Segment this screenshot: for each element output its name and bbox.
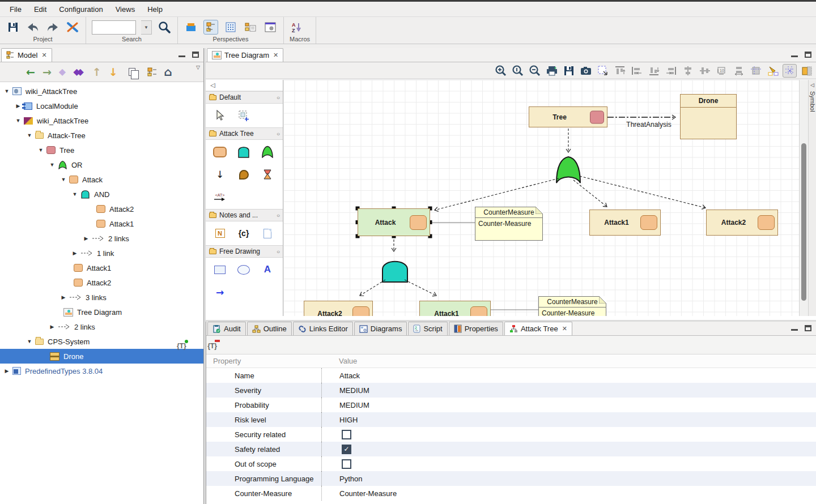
window-gear-perspective-icon[interactable] (263, 20, 278, 35)
page-tool-icon[interactable] (256, 225, 279, 242)
remove-attribute-icon[interactable]: {T} (207, 342, 217, 350)
countermeasure-tool-icon[interactable] (232, 166, 256, 183)
tree-item-drone[interactable]: Drone (0, 349, 203, 364)
tree-item-predefined-types[interactable]: ▶PredefinedTypes 3.8.04 (0, 364, 203, 378)
palette-collapse[interactable]: ◁ (206, 80, 283, 91)
palette-section-attack-tree[interactable]: Attack Tree ‹› (206, 127, 283, 140)
tree-item-or[interactable]: ▼OR (0, 157, 203, 172)
tree-item-attack2[interactable]: Attack2 (0, 202, 203, 216)
note-countermeasure-1[interactable]: CounterMeasure Counter-Measure (475, 207, 543, 241)
tab-outline[interactable]: Outline (247, 322, 292, 335)
tree-item-2-links-b[interactable]: ▶2 links (0, 319, 203, 334)
sequence-tool-icon[interactable] (256, 166, 279, 183)
screenshot-icon[interactable] (579, 64, 593, 78)
tree-item-3-links[interactable]: ▶3 links (0, 290, 203, 305)
menu-views[interactable]: Views (109, 3, 141, 16)
zoom-reset-icon[interactable] (511, 64, 525, 78)
table-row-severity[interactable]: Severity MEDIUM (206, 383, 816, 398)
close-icon[interactable]: ✕ (562, 325, 567, 332)
print-icon[interactable] (545, 64, 559, 78)
minimize-icon[interactable] (178, 53, 185, 57)
tree-list-perspective-icon[interactable] (243, 20, 258, 35)
macros-sort-icon[interactable]: AZ (290, 20, 304, 35)
minimize-icon[interactable] (791, 53, 798, 57)
table-row-out-of-scope[interactable]: Out of scope (206, 456, 816, 471)
rectangle-tool-icon[interactable] (208, 261, 232, 278)
save-diagram-icon[interactable] (562, 64, 576, 78)
format-brush-icon[interactable] (766, 64, 780, 78)
tab-tree-diagram[interactable]: Tree Diagram ✕ (207, 48, 283, 62)
menu-file[interactable]: File (3, 3, 28, 16)
minimize-icon[interactable] (791, 326, 798, 331)
node-attack1-top[interactable]: Attack1 (589, 210, 661, 236)
center-vertical-icon[interactable] (681, 64, 695, 78)
menu-edit[interactable]: Edit (28, 3, 53, 16)
tree-item-wiki-attacktree[interactable]: ▼wiki_AttackTree (0, 113, 203, 128)
link-tool-icon[interactable]: ↓ (208, 166, 232, 183)
safety-related-checkbox[interactable]: ✓ (342, 445, 351, 454)
forward-icon[interactable]: → (42, 67, 52, 78)
palette-section-default[interactable]: Default ‹› (206, 91, 283, 104)
previous-diamond-icon[interactable]: ◆ (59, 67, 66, 76)
next-diamond-icon[interactable]: ◆◆ (73, 67, 80, 76)
diagram-canvas[interactable]: Tree Drone ThreatAnalysis Attack Counter… (283, 80, 799, 316)
maximize-icon[interactable] (805, 52, 811, 58)
zoom-out-icon[interactable] (528, 64, 542, 78)
back-icon[interactable]: ← (26, 67, 35, 78)
model-perspective-icon[interactable] (203, 20, 218, 35)
menu-configuration[interactable]: Configuration (53, 3, 109, 16)
text-tool-icon[interactable]: A (256, 261, 279, 278)
move-up-icon[interactable]: ↑ (92, 67, 101, 78)
palette-section-notes[interactable]: Notes and ... ‹› (206, 209, 283, 221)
marquee-tool-icon[interactable] (232, 107, 256, 124)
grid-perspective-icon[interactable] (223, 20, 238, 35)
fit-area-icon[interactable] (749, 64, 763, 78)
or-gate-tool-icon[interactable] (256, 143, 279, 160)
settings-tools-icon[interactable] (65, 20, 80, 35)
node-drone[interactable]: Drone (680, 94, 737, 139)
home-icon[interactable]: ⌂ (164, 66, 172, 78)
tab-model[interactable]: Model ✕ (1, 48, 52, 62)
center-horizontal-icon[interactable] (698, 64, 712, 78)
table-row-probability[interactable]: Probability MEDIUM (206, 398, 816, 412)
search-dropdown-icon[interactable]: ▼ (141, 20, 152, 35)
align-bottom-icon[interactable] (647, 64, 661, 78)
search-input[interactable] (92, 20, 136, 35)
tree-item-wiki-attacktree-root[interactable]: ▼wiki_AttackTree (0, 84, 203, 99)
align-right-icon[interactable] (664, 64, 678, 78)
tab-links-editor[interactable]: Links Editor (293, 322, 353, 335)
table-row-security-related[interactable]: Security related (206, 427, 816, 442)
out-of-scope-checkbox[interactable] (342, 459, 351, 469)
arrow-tool-icon[interactable]: → (208, 284, 232, 301)
menu-help[interactable]: Help (141, 3, 169, 16)
node-attack[interactable]: Attack (358, 208, 430, 236)
tree-item-localmodule[interactable]: ▶LocalModule (0, 99, 203, 113)
tree-item-1-link[interactable]: ▶1 link (0, 246, 203, 260)
close-icon[interactable]: ✕ (273, 52, 278, 59)
tab-diagrams[interactable]: Diagrams (354, 322, 407, 335)
node-tree[interactable]: Tree (529, 106, 607, 127)
open-perspective-icon[interactable] (184, 20, 198, 35)
copy-icon[interactable] (129, 68, 135, 76)
zoom-in-icon[interactable] (494, 64, 508, 78)
attack-node-tool-icon[interactable] (208, 143, 232, 160)
align-top-icon[interactable] (613, 64, 627, 78)
align-left-icon[interactable] (630, 64, 644, 78)
table-row-safety-related[interactable]: Safety related ✓ (206, 442, 816, 456)
attack-trace-tool-icon[interactable]: <AT> (208, 189, 232, 206)
select-area-icon[interactable] (596, 64, 610, 78)
maximize-icon[interactable] (192, 52, 199, 58)
tab-properties[interactable]: Properties (449, 322, 503, 335)
close-icon[interactable]: ✕ (41, 52, 46, 59)
redo-icon[interactable] (45, 20, 60, 35)
add-attribute-icon[interactable]: {T} (177, 342, 186, 350)
security-related-checkbox[interactable] (342, 430, 351, 439)
cursor-tool-icon[interactable] (208, 107, 232, 124)
expand-left-icon[interactable]: ◁ (809, 82, 816, 88)
same-size-icon[interactable]: 10 (715, 64, 729, 78)
tree-item-attack1-or[interactable]: Attack1 (0, 260, 203, 275)
tree-item-and[interactable]: ▼AND (0, 187, 203, 202)
table-row-counter-measure[interactable]: Counter-Measure Counter-Measure (206, 486, 816, 501)
move-down-icon[interactable]: ↓ (109, 67, 118, 78)
tree-item-attack2-or[interactable]: Attack2 (0, 275, 203, 290)
